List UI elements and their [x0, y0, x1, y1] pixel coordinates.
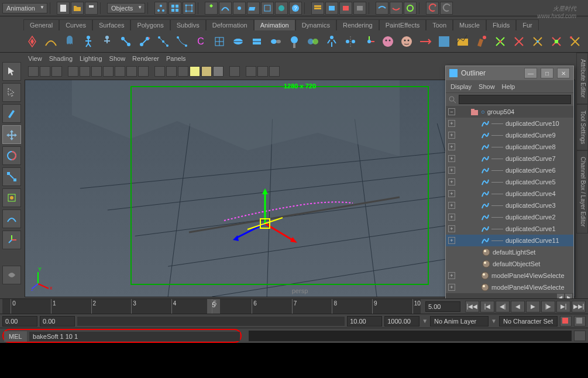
outliner-item[interactable]: +duplicatedCurve2	[446, 211, 573, 223]
play-forward-button[interactable]: ▶	[526, 301, 540, 312]
select-by-hierarchy-icon[interactable]	[154, 2, 167, 15]
step-forward-button[interactable]: ▶|	[556, 301, 570, 312]
last-tool[interactable]	[2, 266, 21, 284]
expand-icon[interactable]: +	[448, 214, 455, 221]
head2-icon[interactable]	[398, 33, 415, 50]
expand-icon[interactable]: +	[448, 167, 455, 174]
play-back-button[interactable]: ◀	[511, 301, 525, 312]
ik-spline-icon[interactable]	[154, 33, 172, 50]
view-menu-lighting[interactable]: Lighting	[80, 55, 102, 62]
select-by-component-icon[interactable]	[183, 2, 195, 15]
maximize-button[interactable]: □	[541, 68, 553, 78]
view-menu-view[interactable]: View	[28, 55, 42, 62]
outliner-item[interactable]: +duplicatedCurve8	[446, 141, 573, 153]
vp-bookmark-icon[interactable]	[40, 66, 50, 77]
outliner-menu-help[interactable]: Help	[502, 83, 515, 90]
view-menu-shading[interactable]: Shading	[49, 55, 73, 62]
minimize-button[interactable]: —	[524, 68, 537, 78]
range-start-field[interactable]	[2, 316, 37, 327]
smooth-bind-icon[interactable]	[229, 33, 247, 50]
shelf-tab-subdivs[interactable]: Subdivs	[170, 19, 206, 30]
construction-history-off-icon[interactable]	[440, 2, 453, 15]
shelf-tab-polygons[interactable]: Polygons	[130, 19, 170, 30]
prefs-button[interactable]	[574, 316, 586, 327]
vp-safe-action-icon[interactable]	[126, 66, 137, 77]
view-menu-panels[interactable]: Panels	[166, 55, 186, 62]
bake-icon[interactable]	[454, 33, 472, 50]
vp-isolate-icon[interactable]	[229, 66, 240, 77]
detach-skin-icon[interactable]	[267, 33, 284, 50]
construction-history-on-icon[interactable]	[426, 2, 439, 15]
playback-end-field[interactable]	[347, 316, 382, 327]
script-lang-label[interactable]: MEL	[4, 331, 27, 342]
show-manip-tool[interactable]	[2, 231, 21, 249]
tool-settings-tab[interactable]: Tool Settings	[576, 104, 588, 150]
vp-xray-joints-icon[interactable]	[257, 66, 268, 77]
skeleton-icon[interactable]	[80, 33, 97, 50]
key-forward-button[interactable]: |▶	[541, 301, 555, 312]
shelf-tab-animation[interactable]: Animation	[254, 19, 295, 30]
outliner-item[interactable]: +duplicatedCurve10	[446, 118, 573, 129]
shelf-tab-surfaces[interactable]: Surfaces	[92, 19, 130, 30]
ghost-icon[interactable]	[61, 33, 78, 50]
expand-icon[interactable]: +	[448, 190, 455, 197]
vp-grid-icon[interactable]	[68, 66, 78, 77]
outliner-titlebar[interactable]: Outliner — □ ✕	[446, 66, 573, 80]
snap-point-icon[interactable]	[233, 2, 246, 15]
move-manipulator[interactable]	[224, 183, 306, 264]
render-settings-icon[interactable]	[353, 2, 366, 15]
shelf-tab-fluids[interactable]: Fluids	[486, 19, 516, 30]
expand-icon[interactable]: +	[448, 202, 455, 209]
select-by-object-icon[interactable]	[169, 2, 181, 15]
joint-tool-icon[interactable]	[117, 33, 135, 50]
shelf-tab-toon[interactable]: Toon	[426, 19, 453, 30]
character-set-dropdown[interactable]: No Character Set	[499, 316, 558, 327]
vp-gate-mask-icon[interactable]	[103, 66, 114, 77]
expand-icon[interactable]: +	[448, 178, 455, 185]
skeleton2-icon[interactable]	[98, 33, 116, 50]
select-tool[interactable]	[2, 62, 21, 81]
expand-icon[interactable]: +	[448, 132, 455, 139]
anim-layer-dropdown[interactable]: No Anim Layer	[430, 316, 489, 327]
scale-tool[interactable]	[2, 167, 21, 186]
go-start-button[interactable]: |◀◀	[465, 301, 479, 312]
rotate-tool[interactable]	[2, 146, 21, 165]
vp-film-gate-icon[interactable]	[80, 66, 90, 77]
step-back-button[interactable]: |◀	[480, 301, 494, 312]
view-menu-renderer[interactable]: Renderer	[132, 55, 159, 62]
shelf-tab-muscle[interactable]: Muscle	[453, 19, 486, 30]
set-key-icon[interactable]	[23, 33, 41, 50]
outliner-item[interactable]: +duplicatedCurve9	[446, 129, 573, 141]
motion-path-icon[interactable]	[435, 33, 453, 50]
vp-shadow-icon[interactable]	[201, 66, 212, 77]
snap-curve-icon[interactable]	[219, 2, 232, 15]
vp-xray-icon[interactable]	[246, 66, 256, 77]
shelf-tab-general[interactable]: General	[23, 19, 59, 30]
ik-spring-icon[interactable]	[173, 33, 191, 50]
vp-expose-icon[interactable]	[269, 66, 280, 77]
vp-image-plane-icon[interactable]	[51, 66, 62, 77]
go-end-button[interactable]: ▶▶|	[572, 301, 586, 312]
flow-path-icon[interactable]	[417, 33, 434, 50]
range-slider-track[interactable]	[77, 317, 345, 326]
expand-icon[interactable]: +	[448, 237, 455, 244]
ipr-render-icon[interactable]	[339, 2, 352, 15]
input-con-icon[interactable]	[376, 2, 388, 15]
shelf-tab-dynamics[interactable]: Dynamics	[295, 19, 336, 30]
vp-textured-icon[interactable]	[178, 66, 188, 77]
cluster-icon[interactable]: C	[192, 33, 209, 50]
snap-plane-icon[interactable]	[247, 2, 260, 15]
move-tool[interactable]	[2, 125, 21, 144]
key-back-button[interactable]: ◀|	[496, 301, 510, 312]
expand-icon[interactable]: +	[448, 143, 455, 150]
attribute-editor-tab[interactable]: Attribute Editor	[576, 53, 588, 104]
outliner-item[interactable]: +duplicatedCurve3	[446, 200, 573, 211]
history-icon[interactable]	[311, 2, 324, 15]
vp-field-chart-icon[interactable]	[115, 66, 125, 77]
range-end-field[interactable]	[384, 316, 419, 327]
workspace-dropdown[interactable]: Animation	[2, 3, 47, 13]
open-scene-icon[interactable]	[71, 2, 84, 15]
outliner-item[interactable]: −○group504	[446, 106, 573, 118]
paint-weights-icon[interactable]	[286, 33, 303, 50]
mirror-joint-icon[interactable]	[342, 33, 359, 50]
